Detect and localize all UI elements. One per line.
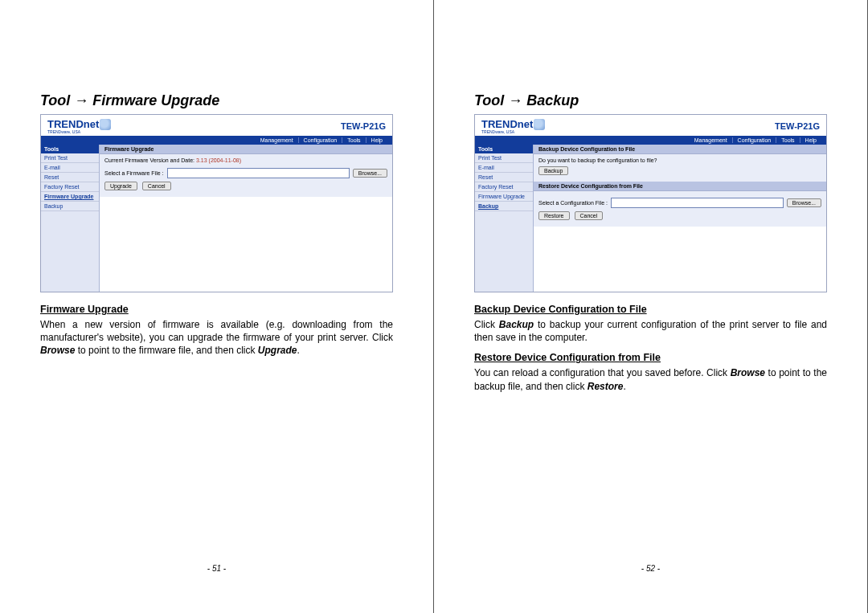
firmware-screenshot: TRENDnet TRENDware, USA TEW-P21G Managem… xyxy=(40,114,393,292)
brand-text: TRENDnet xyxy=(481,118,533,130)
nav-bar: ManagementConfigurationToolsHelp xyxy=(475,136,826,145)
sidebar-item[interactable]: Factory Reset xyxy=(41,182,99,192)
brand-swirl-icon xyxy=(100,119,111,130)
nav-item[interactable]: Tools xyxy=(342,137,365,143)
panel-header: Firmware Upgrade xyxy=(100,145,392,154)
upgrade-button[interactable]: Upgrade xyxy=(104,182,137,190)
sidebar-item[interactable]: Print Test xyxy=(41,153,99,163)
file-row: Select a Configuration File : Browse... xyxy=(538,198,821,208)
fw-value: 3.13 (2004-11-08) xyxy=(196,157,241,163)
button-row: Upgrade Cancel xyxy=(104,182,387,190)
nav-item[interactable]: Management xyxy=(690,137,732,143)
subheading-backup: Backup Device Configuration to File xyxy=(474,304,827,315)
page-number: - 51 - xyxy=(0,564,433,573)
brand-logo: TRENDnet xyxy=(481,118,545,130)
firmware-file-input[interactable] xyxy=(167,168,350,178)
subheading: Firmware Upgrade xyxy=(40,304,393,315)
fw-label: Current Firmware Version and Date: xyxy=(104,157,194,163)
panel2-header: Restore Device Configuration from File xyxy=(534,182,826,191)
nav-bar: ManagementConfigurationToolsHelp xyxy=(41,136,392,145)
panel-body: Current Firmware Version and Date: 3.13 … xyxy=(100,154,392,197)
ss-header: TRENDnet TRENDware, USA TEW-P21G xyxy=(41,115,392,136)
paragraph-backup: Click Backup to backup your current conf… xyxy=(474,318,827,344)
sidebar: Tools Print TestE-mailResetFactory Reset… xyxy=(475,145,534,292)
nav-item[interactable]: Configuration xyxy=(732,137,776,143)
config-file-input[interactable] xyxy=(611,198,784,208)
browse-button[interactable]: Browse... xyxy=(787,198,821,207)
content-area: Firmware Upgrade Current Firmware Versio… xyxy=(100,145,392,292)
panel1-body: Do you want to backup the configuration … xyxy=(534,154,826,182)
brand-text: TRENDnet xyxy=(47,118,99,130)
section-title: Tool → Firmware Upgrade xyxy=(40,92,393,109)
model-label: TEW-P21G xyxy=(341,121,386,131)
nav-item[interactable]: Management xyxy=(256,137,298,143)
brand-swirl-icon xyxy=(534,119,545,130)
button-row: Restore Cancel xyxy=(538,211,821,220)
sidebar-item[interactable]: Print Test xyxy=(475,153,533,163)
brand-wrap: TRENDnet TRENDware, USA xyxy=(481,118,545,134)
content-area: Backup Device Configuration to File Do y… xyxy=(534,145,826,292)
sidebar-item[interactable]: Firmware Upgrade xyxy=(41,192,99,202)
brand-tagline: TRENDware, USA xyxy=(481,129,545,134)
brand-tagline: TRENDware, USA xyxy=(47,129,111,134)
cancel-button[interactable]: Cancel xyxy=(142,182,171,190)
sidebar-item[interactable]: E-mail xyxy=(475,163,533,173)
ss-header: TRENDnet TRENDware, USA TEW-P21G xyxy=(475,115,826,136)
firmware-info: Current Firmware Version and Date: 3.13 … xyxy=(104,157,387,163)
panel2-body: Select a Configuration File : Browse... … xyxy=(534,191,826,227)
nav-item[interactable]: Help xyxy=(800,137,821,143)
nav-item[interactable]: Tools xyxy=(776,137,799,143)
paragraph: When a new version of firmware is availa… xyxy=(40,318,393,358)
model-label: TEW-P21G xyxy=(775,121,820,131)
backup-question: Do you want to backup the configuration … xyxy=(538,157,821,163)
backup-button[interactable]: Backup xyxy=(538,166,568,175)
panel1-header: Backup Device Configuration to File xyxy=(534,145,826,154)
sidebar-item[interactable]: Factory Reset xyxy=(475,182,533,192)
sidebar-header: Tools xyxy=(475,145,533,153)
backup-screenshot: TRENDnet TRENDware, USA TEW-P21G Managem… xyxy=(474,114,827,292)
sidebar-header: Tools xyxy=(41,145,99,153)
nav-item[interactable]: Configuration xyxy=(298,137,342,143)
paragraph-restore: You can reload a configuration that you … xyxy=(474,366,827,392)
sidebar-item[interactable]: E-mail xyxy=(41,163,99,173)
page-left: Tool → Firmware Upgrade TRENDnet TRENDwa… xyxy=(0,0,434,613)
ss-body: Tools Print TestE-mailResetFactory Reset… xyxy=(41,145,392,292)
restore-button[interactable]: Restore xyxy=(538,211,570,220)
page-number: - 52 - xyxy=(434,564,867,573)
sidebar-item[interactable]: Reset xyxy=(41,173,99,182)
ss-body: Tools Print TestE-mailResetFactory Reset… xyxy=(475,145,826,292)
page-right: Tool → Backup TRENDnet TRENDware, USA TE… xyxy=(434,0,868,613)
cancel-button[interactable]: Cancel xyxy=(575,211,604,220)
section-title: Tool → Backup xyxy=(474,92,827,109)
sidebar-item[interactable]: Firmware Upgrade xyxy=(475,192,533,202)
sidebar-item[interactable]: Reset xyxy=(475,173,533,182)
brand-wrap: TRENDnet TRENDware, USA xyxy=(47,118,111,134)
brand-logo: TRENDnet xyxy=(47,118,111,130)
sidebar-item[interactable]: Backup xyxy=(41,202,99,211)
file-label: Select a Configuration File : xyxy=(538,200,608,206)
subheading-restore: Restore Device Configuration from File xyxy=(474,352,827,363)
button-row: Backup xyxy=(538,166,821,175)
nav-item[interactable]: Help xyxy=(366,137,387,143)
sidebar-item[interactable]: Backup xyxy=(475,202,533,211)
browse-button[interactable]: Browse... xyxy=(353,169,387,178)
sidebar: Tools Print TestE-mailResetFactory Reset… xyxy=(41,145,100,292)
file-row: Select a Firmware File : Browse... xyxy=(104,168,387,178)
file-label: Select a Firmware File : xyxy=(104,170,164,176)
